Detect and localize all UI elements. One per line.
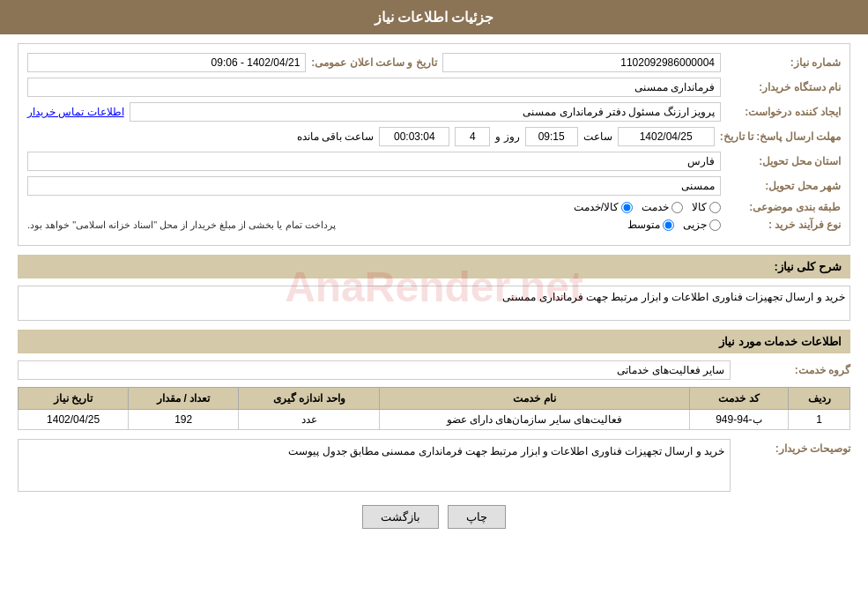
mohlat-label: مهلت ارسال پاسخ: تا تاریخ: bbox=[720, 130, 841, 143]
khadamat-table-section: ردیف کد خدمت نام خدمت واحد اندازه گیری ت… bbox=[18, 387, 850, 430]
tabaqe-radio-kala-khadamat[interactable] bbox=[621, 202, 633, 213]
tabaqe-option-kala: کالا bbox=[692, 201, 721, 213]
main-form: شماره نیاز: 1102092986000004 تاریخ و ساع… bbox=[18, 43, 850, 246]
khadamat-section: اطلاعات خدمات مورد نیاز گروه خدمت: سایر … bbox=[18, 330, 850, 430]
shomara-niaz-label: شماره نیاز: bbox=[726, 56, 841, 69]
tarikh-value: 1402/04/21 - 09:06 bbox=[27, 53, 306, 72]
tabaqe-option-kala-khadamat: کالا/خدمت bbox=[574, 201, 633, 213]
noefar-radio-group: جزیی متوسط bbox=[341, 219, 721, 231]
ijad-konande-value: پرویز ارزنگ مسئول دفتر فرمانداری ممسنی bbox=[130, 102, 721, 122]
noefar-option-motovaset: متوسط bbox=[627, 219, 674, 231]
tabaqe-option-khadamat: خدمت bbox=[642, 201, 683, 213]
shomara-niaz-row: شماره نیاز: 1102092986000004 تاریخ و ساع… bbox=[27, 53, 841, 72]
ijad-konande-row: ایجاد کننده درخواست: پرویز ارزنگ مسئول د… bbox=[27, 102, 841, 122]
mohlat-remaining: 00:03:04 bbox=[379, 127, 449, 146]
page-header: جزئیات اطلاعات نیاز bbox=[0, 0, 868, 34]
mohlat-date: 1402/04/25 bbox=[618, 127, 715, 146]
col-tarikh: تاریخ نیاز bbox=[19, 388, 129, 410]
cell-radif: 1 bbox=[789, 410, 850, 430]
sharh-value-display: خرید و ارسال تجهیزات فناوری اطلاعات و اب… bbox=[18, 286, 850, 321]
cell-nam: فعالیت‌های سایر سازمان‌های دارای عضو bbox=[380, 410, 689, 430]
sharh-title: شرح کلی نیاز: bbox=[18, 255, 850, 279]
grooh-row: گروه خدمت: سایر فعالیت‌های خدماتی bbox=[18, 360, 850, 380]
shahr-value: ممسنی bbox=[27, 176, 721, 196]
col-nam: نام خدمت bbox=[380, 388, 689, 410]
day-label: روز و bbox=[495, 130, 519, 143]
mohlat-time: 09:15 bbox=[525, 127, 578, 146]
col-kod: کد خدمت bbox=[689, 388, 789, 410]
noefar-row: نوع فرآیند خرید : جزیی متوسط پرداخت تمام… bbox=[27, 219, 841, 231]
shahr-row: شهر محل تحویل: ممسنی bbox=[27, 176, 841, 196]
tabaqe-khadamat-label: خدمت bbox=[642, 201, 669, 213]
col-vahed: واحد اندازه گیری bbox=[239, 388, 380, 410]
tabaqe-kala-label: کالا bbox=[692, 201, 707, 213]
tabaqe-radio-group: کالا خدمت کالا/خدمت bbox=[27, 201, 721, 213]
cell-kod: ب-94-949 bbox=[689, 410, 789, 430]
ijad-konande-label: ایجاد کننده درخواست: bbox=[726, 106, 841, 118]
button-row: چاپ بازگشت bbox=[18, 505, 850, 529]
sharh-section: شرح کلی نیاز: <span data-bind="fields.sh… bbox=[18, 255, 850, 321]
tosif-value: خرید و ارسال تجهیزات فناوری اطلاعات و اب… bbox=[18, 439, 731, 492]
table-row: 1 ب-94-949 فعالیت‌های سایر سازمان‌های دا… bbox=[19, 410, 850, 430]
nam-dastgah-label: نام دستگاه خریدار: bbox=[726, 81, 841, 93]
tabaqe-kala-khadamat-label: کالا/خدمت bbox=[574, 201, 619, 213]
tabaqe-radio-khadamat[interactable] bbox=[671, 202, 683, 213]
noefar-jozii-label: جزیی bbox=[683, 219, 707, 231]
mohlat-day: 4 bbox=[455, 127, 490, 146]
ostan-row: استان محل تحویل: فارس bbox=[27, 152, 841, 171]
noefar-radio-motovaset[interactable] bbox=[663, 219, 674, 231]
noefar-motovaset-label: متوسط bbox=[627, 219, 660, 231]
nam-dastgah-value: فرمانداری ممسنی bbox=[27, 78, 721, 97]
time-label: ساعت bbox=[583, 130, 612, 143]
shahr-label: شهر محل تحویل: bbox=[726, 180, 841, 192]
noefar-option-jozii: جزیی bbox=[683, 219, 721, 231]
grooh-label: گروه خدمت: bbox=[736, 364, 850, 376]
khadamat-title: اطلاعات خدمات مورد نیاز bbox=[18, 330, 850, 353]
print-button[interactable]: چاپ bbox=[448, 505, 506, 529]
col-tedad: تعداد / مقدار bbox=[129, 388, 239, 410]
ostan-label: استان محل تحویل: bbox=[726, 155, 841, 167]
col-radif: ردیف bbox=[789, 388, 850, 410]
page-title: جزئیات اطلاعات نیاز bbox=[375, 10, 494, 25]
grooh-value: سایر فعالیت‌های خدماتی bbox=[18, 360, 731, 380]
contact-link[interactable]: اطلاعات تماس خریدار bbox=[27, 106, 124, 118]
tabaqe-radio-kala[interactable] bbox=[709, 202, 721, 213]
tarikh-label: تاریخ و ساعت اعلان عمومی: bbox=[311, 56, 436, 69]
nam-dastgah-row: نام دستگاه خریدار: فرمانداری ممسنی bbox=[27, 78, 841, 97]
noefar-label: نوع فرآیند خرید : bbox=[726, 219, 841, 231]
tosif-row: توصیحات خریدار: خرید و ارسال تجهیزات فنا… bbox=[18, 439, 850, 492]
back-button[interactable]: بازگشت bbox=[362, 505, 439, 529]
cell-tarikh: 1402/04/25 bbox=[19, 410, 129, 430]
shomara-niaz-value: 1102092986000004 bbox=[442, 53, 721, 72]
tabaqe-label: طبقه بندی موضوعی: bbox=[726, 201, 841, 213]
tabaqe-row: طبقه بندی موضوعی: کالا خدمت کالا/خدمت bbox=[27, 201, 841, 213]
tosif-label: توصیحات خریدار: bbox=[736, 439, 850, 455]
cell-vahed: عدد bbox=[239, 410, 380, 430]
khadamat-table: ردیف کد خدمت نام خدمت واحد اندازه گیری ت… bbox=[18, 387, 850, 430]
cell-tedad: 192 bbox=[129, 410, 239, 430]
ostan-value: فارس bbox=[27, 152, 721, 171]
noefar-note: پرداخت تمام یا بخشی از مبلغ خریدار از مح… bbox=[27, 219, 336, 231]
noefar-radio-jozii[interactable] bbox=[709, 219, 721, 231]
remaining-label: ساعت باقی مانده bbox=[297, 130, 375, 143]
mohlat-row: مهلت ارسال پاسخ: تا تاریخ: 1402/04/25 سا… bbox=[27, 127, 841, 146]
